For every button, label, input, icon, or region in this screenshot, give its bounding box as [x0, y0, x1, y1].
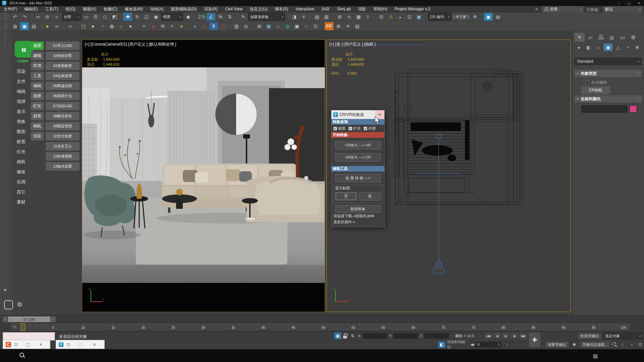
sidebar-nav-camera[interactable]: 相机	[17, 157, 25, 167]
multi-balls-icon[interactable]: ∴	[200, 22, 209, 30]
separator[interactable]	[31, 13, 32, 20]
btn-layer-manage[interactable]: 09图层管理	[46, 122, 79, 130]
separator[interactable]	[40, 23, 41, 29]
close-icon[interactable]: ✕	[39, 342, 42, 347]
y-coordinate-field[interactable]	[394, 333, 418, 339]
flower-plugin-icon[interactable]: ✶	[168, 22, 176, 30]
tab-camera[interactable]: 相机	[31, 122, 44, 130]
add-time-tag-label[interactable]: 添加时间标记	[447, 340, 469, 350]
red-sphere-icon[interactable]: ●	[149, 22, 158, 30]
separator[interactable]	[425, 13, 426, 20]
blank-slot-icon[interactable]	[4, 300, 13, 309]
max-window-fragment[interactable]: 3 ⊡ ▢ ✕	[56, 340, 105, 349]
clipboard-icon[interactable]: ▥	[232, 22, 241, 30]
angle-snap-toggle-icon[interactable]: ∠	[207, 13, 215, 21]
separator[interactable]	[374, 13, 375, 20]
btn-gamma-settings[interactable]: 13伽马设置	[46, 162, 79, 171]
render-production-teapot-icon[interactable]: ◍	[493, 13, 502, 21]
corona-sphere-icon[interactable]: ◔	[98, 22, 107, 30]
fp-plugin-icon[interactable]: FP	[325, 22, 333, 30]
current-frame-field[interactable]: 0 ▲▼	[476, 342, 501, 347]
sidebar-nav-shapes[interactable]: 图形	[17, 127, 25, 137]
selection-lock-icon[interactable]	[343, 334, 347, 339]
rollout-object-type[interactable]: ▼ 对象类型 ∷	[574, 70, 642, 77]
frame-next-button[interactable]: ›	[51, 316, 56, 322]
btn-file-encrypt[interactable]: 10文件加密	[46, 132, 79, 140]
tab-scene[interactable]: 场景	[31, 42, 44, 50]
select-by-name-icon[interactable]: ☰	[91, 13, 100, 21]
sidebar-nav-file[interactable]: 文件	[17, 76, 25, 86]
rollout-name-color[interactable]: ▼ 名称和颜色 ∷	[574, 95, 642, 103]
align-icon[interactable]: ≡	[299, 13, 308, 21]
corona-material-icon[interactable]: ●	[89, 22, 97, 30]
separator[interactable]	[322, 23, 323, 29]
layer-explorer-icon[interactable]: ▤	[313, 13, 321, 21]
grid-tool-icon[interactable]: ▦	[264, 22, 273, 30]
tab-light[interactable]: 灯光	[31, 102, 44, 110]
sidebar-nav-light[interactable]: 灯光	[17, 147, 25, 157]
unlink-selection-icon[interactable]: ⊘	[43, 13, 52, 21]
warning-icon[interactable]: ⚠	[386, 13, 395, 21]
separator[interactable]	[188, 23, 189, 29]
frame-tool-icon[interactable]: ▣	[292, 22, 301, 30]
menu-modifiers[interactable]: 修改器(M)	[121, 6, 147, 12]
separator[interactable]	[137, 23, 138, 29]
menu-tools[interactable]: 工具(T)	[41, 6, 62, 12]
viewport-camera[interactable]: [+] [CoronaCamera001] [用户定义 ] [默认明暗处理 ] …	[82, 40, 325, 312]
separator[interactable]	[76, 23, 77, 29]
sidebar-nav-modify[interactable]: 修改	[17, 167, 25, 177]
window-utility-icon[interactable]: ▤	[30, 22, 38, 30]
tab-utilities[interactable]: ⚙	[628, 33, 638, 42]
checkbox-proxy[interactable]: 代理	[364, 126, 376, 131]
key-mode-icon[interactable]: ✱	[571, 341, 578, 348]
scene-converter-icon[interactable]: ◍	[11, 22, 19, 30]
cr-gamma-dropdown[interactable]: CR-伽玛	[428, 13, 451, 21]
go-to-end-button[interactable]: ▶▶|	[519, 333, 527, 339]
tab-modeling[interactable]: 建模	[31, 52, 44, 60]
edit-named-selection-sets-icon[interactable]: ✎	[239, 13, 248, 21]
tab-edit[interactable]: 编辑	[31, 82, 44, 90]
tray-notes-icon[interactable]: ▤	[593, 353, 598, 359]
btn-downgrade-archive[interactable]: 05降级归档	[46, 82, 79, 90]
corona-sky-icon[interactable]: ●	[126, 22, 135, 30]
cat-lights[interactable]: ☼	[594, 44, 603, 51]
btn-zero-coords[interactable]: 02坐标归零	[46, 52, 79, 60]
isolate-selection-icon[interactable]: ▣	[334, 333, 341, 339]
select-and-move-icon[interactable]: ✚	[123, 13, 132, 21]
menu-scripting[interactable]: 脚本(S)	[271, 6, 292, 12]
close-button[interactable]: ✕	[634, 0, 644, 6]
frame-prev-button[interactable]: ‹	[3, 316, 8, 322]
x-tool-icon[interactable]: ✕	[343, 22, 352, 30]
maxscript-mini-listener[interactable]	[3, 332, 55, 341]
btn-unfreeze-all[interactable]: 08解冻所有	[46, 112, 79, 120]
select-and-place-icon[interactable]: ◉	[152, 13, 160, 21]
glasses-icon[interactable]: ∞	[52, 22, 61, 30]
sidebar-nav-edit[interactable]: 编辑	[17, 86, 25, 97]
menu-content[interactable]: 内容	[318, 6, 333, 12]
red-region-icon[interactable]: ▢	[219, 22, 227, 30]
maximize-icon[interactable]: ▢	[79, 342, 83, 347]
menu-simlab[interactable]: SimLab	[333, 6, 355, 12]
maximize-button[interactable]: ▢	[624, 0, 634, 6]
half-sphere-icon[interactable]: ◒	[396, 13, 405, 21]
box-select-icon[interactable]: ⊡	[405, 13, 414, 21]
select-and-scale-icon[interactable]: ◱	[142, 13, 151, 21]
menu-civil-view[interactable]: Civil View	[221, 6, 246, 12]
time-ruler[interactable]: 0510152025303540455055606570758085909510…	[9, 323, 631, 331]
wave-tool-icon[interactable]: ∿	[302, 22, 311, 30]
menu-project-manager[interactable]: Project Manager v.3	[391, 6, 434, 12]
absolute-offset-toggle-icon[interactable]: ⇅	[349, 333, 356, 339]
panel-tool-icon[interactable]: ⊞	[255, 22, 264, 30]
sidebar-nav-display[interactable]: 显示	[17, 107, 25, 117]
expand-panel-button[interactable]: ▶	[3, 287, 8, 292]
menu-renying[interactable]: 渲影	[355, 6, 370, 12]
btn-asset-check[interactable]: 03资源检查	[46, 62, 79, 70]
taskbar-search-button[interactable]	[19, 353, 25, 359]
checkbox-material[interactable]: 材质	[333, 126, 345, 131]
x-coordinate-field[interactable]	[363, 333, 387, 339]
z-coordinate-field[interactable]	[425, 333, 449, 339]
select-and-rotate-icon[interactable]: ↻	[133, 13, 142, 21]
renderer-download-link[interactable]: 渲染器下载->提取码:jb96	[331, 213, 384, 219]
selection-filter-dropdown[interactable]: 全部	[62, 13, 81, 21]
menu-overflow-chevron[interactable]: »	[535, 6, 538, 11]
